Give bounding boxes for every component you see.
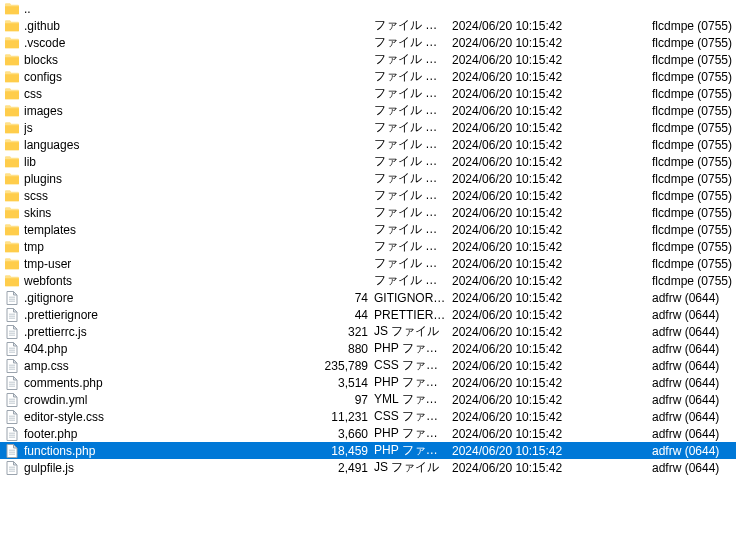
cell-name[interactable]: .gitignore — [4, 290, 292, 306]
cell-type: PHP ファイル — [374, 340, 452, 357]
cell-permissions: adfrw (0644) — [652, 325, 736, 339]
cell-name[interactable]: tmp-user — [4, 256, 292, 272]
cell-permissions: flcdmpe (0755) — [652, 257, 736, 271]
cell-name[interactable]: plugins — [4, 171, 292, 187]
name-label: skins — [24, 206, 51, 220]
file-row[interactable]: cssファイル フォ…2024/06/20 10:15:42flcdmpe (0… — [0, 85, 736, 102]
file-row[interactable]: configsファイル フォ…2024/06/20 10:15:42flcdmp… — [0, 68, 736, 85]
folder-icon — [4, 256, 20, 272]
file-row[interactable]: functions.php18,459PHP ファイル2024/06/20 10… — [0, 442, 736, 459]
cell-name[interactable]: tmp — [4, 239, 292, 255]
cell-permissions: adfrw (0644) — [652, 410, 736, 424]
file-icon — [4, 460, 20, 476]
cell-type: ファイル フォ… — [374, 136, 452, 153]
file-row[interactable]: skinsファイル フォ…2024/06/20 10:15:42flcdmpe … — [0, 204, 736, 221]
cell-name[interactable]: webfonts — [4, 273, 292, 289]
cell-date: 2024/06/20 10:15:42 — [452, 410, 652, 424]
file-list[interactable]: ...githubファイル フォ…2024/06/20 10:15:42flcd… — [0, 0, 736, 476]
file-row[interactable]: imagesファイル フォ…2024/06/20 10:15:42flcdmpe… — [0, 102, 736, 119]
file-row[interactable]: .. — [0, 0, 736, 17]
file-row[interactable]: .prettierrc.js321JS ファイル2024/06/20 10:15… — [0, 323, 736, 340]
cell-size: 235,789 — [292, 359, 374, 373]
file-row[interactable]: templatesファイル フォ…2024/06/20 10:15:42flcd… — [0, 221, 736, 238]
cell-name[interactable]: editor-style.css — [4, 409, 292, 425]
name-label: footer.php — [24, 427, 77, 441]
cell-type: JS ファイル — [374, 459, 452, 476]
cell-size: 97 — [292, 393, 374, 407]
file-row[interactable]: scssファイル フォ…2024/06/20 10:15:42flcdmpe (… — [0, 187, 736, 204]
folder-icon — [4, 137, 20, 153]
cell-name[interactable]: languages — [4, 137, 292, 153]
cell-name[interactable]: footer.php — [4, 426, 292, 442]
folder-icon — [4, 52, 20, 68]
file-row[interactable]: jsファイル フォ…2024/06/20 10:15:42flcdmpe (07… — [0, 119, 736, 136]
cell-name[interactable]: skins — [4, 205, 292, 221]
file-icon — [4, 443, 20, 459]
file-row[interactable]: languagesファイル フォ…2024/06/20 10:15:42flcd… — [0, 136, 736, 153]
cell-name[interactable]: gulpfile.js — [4, 460, 292, 476]
cell-permissions: flcdmpe (0755) — [652, 155, 736, 169]
cell-name[interactable]: .prettierrc.js — [4, 324, 292, 340]
file-row[interactable]: .vscodeファイル フォ…2024/06/20 10:15:42flcdmp… — [0, 34, 736, 51]
cell-name[interactable]: css — [4, 86, 292, 102]
cell-name[interactable]: lib — [4, 154, 292, 170]
cell-name[interactable]: images — [4, 103, 292, 119]
file-row[interactable]: 404.php880PHP ファイル2024/06/20 10:15:42adf… — [0, 340, 736, 357]
cell-name[interactable]: js — [4, 120, 292, 136]
file-row[interactable]: blocksファイル フォ…2024/06/20 10:15:42flcdmpe… — [0, 51, 736, 68]
cell-date: 2024/06/20 10:15:42 — [452, 342, 652, 356]
cell-name[interactable]: functions.php — [4, 443, 292, 459]
cell-name[interactable]: .github — [4, 18, 292, 34]
cell-type: ファイル フォ… — [374, 68, 452, 85]
name-label: 404.php — [24, 342, 67, 356]
cell-date: 2024/06/20 10:15:42 — [452, 172, 652, 186]
cell-type: YML ファイル — [374, 391, 452, 408]
file-row[interactable]: .prettierignore44PRETTIERIG…2024/06/20 1… — [0, 306, 736, 323]
cell-size: 44 — [292, 308, 374, 322]
cell-permissions: flcdmpe (0755) — [652, 206, 736, 220]
file-icon — [4, 290, 20, 306]
cell-date: 2024/06/20 10:15:42 — [452, 461, 652, 475]
cell-name[interactable]: .vscode — [4, 35, 292, 51]
file-row[interactable]: libファイル フォ…2024/06/20 10:15:42flcdmpe (0… — [0, 153, 736, 170]
file-row[interactable]: gulpfile.js2,491JS ファイル2024/06/20 10:15:… — [0, 459, 736, 476]
cell-permissions: adfrw (0644) — [652, 427, 736, 441]
name-label: languages — [24, 138, 79, 152]
cell-date: 2024/06/20 10:15:42 — [452, 274, 652, 288]
file-row[interactable]: amp.css235,789CSS ファイル2024/06/20 10:15:4… — [0, 357, 736, 374]
cell-name[interactable]: amp.css — [4, 358, 292, 374]
file-row[interactable]: .githubファイル フォ…2024/06/20 10:15:42flcdmp… — [0, 17, 736, 34]
file-row[interactable]: editor-style.css11,231CSS ファイル2024/06/20… — [0, 408, 736, 425]
cell-date: 2024/06/20 10:15:42 — [452, 189, 652, 203]
cell-date: 2024/06/20 10:15:42 — [452, 53, 652, 67]
file-icon — [4, 358, 20, 374]
name-label: functions.php — [24, 444, 95, 458]
cell-name[interactable]: blocks — [4, 52, 292, 68]
cell-name[interactable]: comments.php — [4, 375, 292, 391]
cell-type: ファイル フォ… — [374, 170, 452, 187]
file-row[interactable]: comments.php3,514PHP ファイル2024/06/20 10:1… — [0, 374, 736, 391]
file-row[interactable]: tmp-userファイル フォ…2024/06/20 10:15:42flcdm… — [0, 255, 736, 272]
cell-name[interactable]: configs — [4, 69, 292, 85]
file-row[interactable]: crowdin.yml97YML ファイル2024/06/20 10:15:42… — [0, 391, 736, 408]
file-row[interactable]: .gitignore74GITIGNORE…2024/06/20 10:15:4… — [0, 289, 736, 306]
file-row[interactable]: webfontsファイル フォ…2024/06/20 10:15:42flcdm… — [0, 272, 736, 289]
cell-name[interactable]: 404.php — [4, 341, 292, 357]
cell-name[interactable]: scss — [4, 188, 292, 204]
cell-name[interactable]: .. — [4, 1, 292, 17]
cell-permissions: flcdmpe (0755) — [652, 240, 736, 254]
folder-icon — [4, 86, 20, 102]
file-row[interactable]: pluginsファイル フォ…2024/06/20 10:15:42flcdmp… — [0, 170, 736, 187]
file-icon — [4, 375, 20, 391]
cell-type: ファイル フォ… — [374, 221, 452, 238]
cell-type: ファイル フォ… — [374, 255, 452, 272]
file-row[interactable]: footer.php3,660PHP ファイル2024/06/20 10:15:… — [0, 425, 736, 442]
cell-permissions: flcdmpe (0755) — [652, 19, 736, 33]
cell-name[interactable]: crowdin.yml — [4, 392, 292, 408]
cell-name[interactable]: .prettierignore — [4, 307, 292, 323]
cell-name[interactable]: templates — [4, 222, 292, 238]
file-row[interactable]: tmpファイル フォ…2024/06/20 10:15:42flcdmpe (0… — [0, 238, 736, 255]
cell-permissions: adfrw (0644) — [652, 444, 736, 458]
cell-date: 2024/06/20 10:15:42 — [452, 359, 652, 373]
name-label: images — [24, 104, 63, 118]
